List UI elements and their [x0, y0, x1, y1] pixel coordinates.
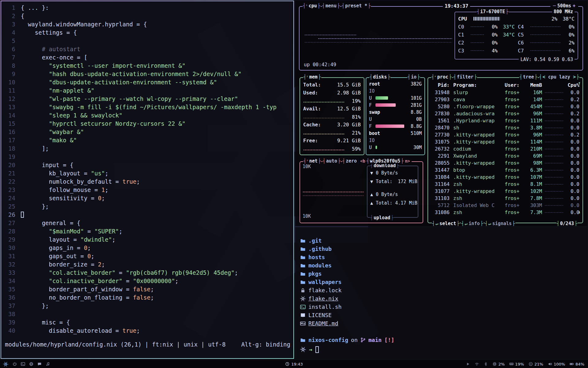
code-line[interactable]: 28 "$mainMod" = "SUPER"; [1, 227, 293, 236]
preset-button[interactable]: preset * [341, 3, 371, 9]
code-line[interactable]: 33 "col.active_border" = "rgb(cba6f7) rg… [1, 269, 293, 277]
code-line[interactable]: 35 border_part_of_window = false; [1, 285, 293, 293]
bar-module-battery[interactable]: 84% [570, 362, 584, 366]
tree-toggle-button[interactable]: tree [519, 74, 537, 80]
bar-module-disk[interactable]: 21% [529, 362, 543, 366]
code-line[interactable]: 21 kb_layout = "us"; [1, 169, 293, 178]
process-row[interactable]: 5712Isolated Web Cfros+303M0.0 [428, 202, 582, 209]
menu-button[interactable]: menu [322, 3, 340, 9]
cpu-column-header[interactable]: Cpu% [566, 82, 579, 88]
code-line[interactable]: 15 "hyprctl setcursor Nordzy-cursors 22 … [1, 120, 293, 128]
code-line[interactable]: 16 "waybar &" [1, 128, 293, 136]
code-line[interactable]: 40 disable_autoreload = true; [1, 327, 293, 335]
code-line[interactable]: 14 "sleep 1 && swaylock" [1, 111, 293, 120]
sort-next-button[interactable]: > [573, 74, 576, 80]
terminal-window[interactable]: .git.githubhostsmodulespkgswallpapersfla… [295, 227, 587, 359]
process-row[interactable]: 1561.Hyprland-wrapfros+111M0.0 [428, 117, 582, 124]
code-line[interactable]: 5 [1, 37, 293, 45]
info-button[interactable]: ↵info [461, 221, 483, 226]
code-line[interactable]: 12 "wl-paste --primary --watch wl-copy -… [1, 95, 293, 103]
code-line[interactable]: 6 # autostart [1, 45, 293, 53]
bar-module-cpu[interactable]: 2% [492, 362, 505, 366]
code-line[interactable]: 27 general = { [1, 219, 293, 227]
browser-icon[interactable] [29, 362, 33, 366]
select-button[interactable]: ↵select [432, 221, 460, 226]
chat-icon[interactable] [37, 362, 42, 366]
scroll-down-indicator[interactable]: ↓ [578, 209, 581, 215]
network-tray-icon[interactable] [475, 362, 479, 366]
code-line[interactable]: 23 follow_mouse = 1; [1, 186, 293, 194]
disks-box-title[interactable]: disks [369, 74, 390, 80]
interval-decrease-button[interactable]: ─ [553, 3, 556, 9]
process-row[interactable]: 5280.floorp-wrappefros+454M0.0 [428, 103, 582, 110]
code-line[interactable]: 36 no_border_on_floating = false; [1, 293, 293, 302]
bar-module-volume[interactable]: 100% [548, 362, 565, 366]
code-line[interactable]: 34 "col.inactive_border" = "0x00000000"; [1, 277, 293, 285]
net-auto-button[interactable]: auto [322, 158, 341, 164]
code-line[interactable]: 30 gaps_in = 0; [1, 244, 293, 252]
code-line[interactable]: 11 "nm-applet &" [1, 86, 293, 95]
process-row[interactable]: 31447btopfros+6.3M0.0 [428, 167, 582, 174]
code-line[interactable]: 7 exec-once = [ [1, 53, 293, 62]
code-line[interactable]: 4 settings = { [1, 29, 293, 37]
process-row[interactable]: 31164zshfros+8.1M0.0 [428, 181, 582, 188]
process-row[interactable]: 31086zshfros+7.3M0.0 [428, 209, 582, 216]
process-row[interactable]: 28055.kitty-wrappedfros+98M0.0 [428, 159, 582, 167]
code-line[interactable]: 19 [1, 153, 293, 161]
process-row[interactable]: 2291Xwaylandfros+69M0.0 [428, 152, 582, 159]
code-line[interactable]: 17 "mako &" [1, 136, 293, 144]
signals-button[interactable]: ↵signals [485, 221, 515, 226]
code-line[interactable]: 13 "swaybg -m fill -i $(find ~/Pictures/… [1, 103, 293, 111]
pid-column-header[interactable]: Pid: [431, 82, 450, 88]
sort-prev-button[interactable]: < [543, 74, 545, 80]
code-line[interactable]: 22 numlock_by_default = true; [1, 178, 293, 186]
process-row[interactable]: 31948slurpfros+16M0.0 [428, 89, 582, 96]
code-line[interactable]: 20 input = { [1, 161, 293, 169]
process-row[interactable]: 27830.audacious-wrafros+96M0.2 [428, 110, 582, 117]
process-row[interactable]: 27730.kitty-wrappedfros+96M0.2 [428, 131, 582, 138]
net-box-title[interactable]: ³net [303, 158, 321, 164]
terminal-icon[interactable] [21, 362, 25, 366]
code-line[interactable]: 8 "systemctl --user import-environment &… [1, 62, 293, 70]
process-row[interactable]: 31075.kitty-wrappedfros+114M0.0 [428, 138, 582, 145]
clock-module[interactable]: 19:43 [285, 362, 303, 366]
process-row[interactable]: 31103zshfros+7.8M0.0 [428, 195, 582, 202]
code-line[interactable]: 26 [1, 211, 293, 219]
filter-button[interactable]: filter [453, 74, 477, 80]
bar-module-memory[interactable]: 19% [509, 362, 524, 366]
music-icon[interactable] [46, 362, 50, 366]
bluetooth-tray-icon[interactable] [484, 362, 488, 366]
btop-window[interactable]: ¹cpu menu preset * 19:43:37 ─500ms+ up 0… [295, 1, 587, 226]
process-row[interactable]: 28470shfros+3.8M0.0 [428, 124, 582, 131]
user-column-header[interactable]: User: [505, 82, 525, 88]
code-line[interactable]: 32 border_size = 2; [1, 260, 293, 269]
code-line[interactable]: 38 [1, 310, 293, 318]
code-line[interactable]: 31 gaps_out = 0; [1, 252, 293, 260]
code-line[interactable]: 2{ [1, 12, 293, 20]
code-line[interactable]: 10 "dbus-update-activation-environment -… [1, 78, 293, 86]
code-line[interactable]: 18 ]; [1, 144, 293, 153]
mem-box-title[interactable]: ²mem [303, 74, 321, 80]
cpu-box-title[interactable]: ¹cpu [303, 3, 321, 9]
io-mode-button[interactable]: io [407, 74, 420, 80]
net-zero-button[interactable]: zero [342, 158, 360, 164]
code-line[interactable]: 3 wayland.windowManager.hyprland = { [1, 20, 293, 29]
code-line[interactable]: 39 misc = { [1, 318, 293, 327]
mem-column-header[interactable]: MemB [525, 82, 542, 88]
interval-increase-button[interactable]: + [573, 3, 575, 9]
code-line[interactable]: 1{ ... }: [1, 4, 293, 12]
shell-input-line[interactable]: → [300, 345, 582, 354]
nixos-logo-icon[interactable] [3, 362, 8, 367]
power-icon[interactable] [13, 362, 17, 366]
media-tray-icon[interactable] [466, 362, 470, 366]
editor-window[interactable]: 1{ ... }:2{3 wayland.windowManager.hyprl… [1, 1, 294, 359]
process-row[interactable]: 27903cavafros+14M0.2 [428, 96, 582, 103]
proc-box-title[interactable]: ⁴proc [431, 74, 452, 80]
code-line[interactable]: 9 "hash dbus-update-activation-environme… [1, 70, 293, 78]
code-line[interactable]: 37 }; [1, 302, 293, 310]
code-line[interactable]: 29 layout = "dwindle"; [1, 236, 293, 244]
code-line[interactable]: 25 }; [1, 202, 293, 211]
process-row[interactable]: 31077.kitty-wrappedfros+102M0.0 [428, 188, 582, 195]
program-column-header[interactable]: Program: [453, 82, 505, 88]
prev-interface-button[interactable]: <b [360, 159, 365, 163]
